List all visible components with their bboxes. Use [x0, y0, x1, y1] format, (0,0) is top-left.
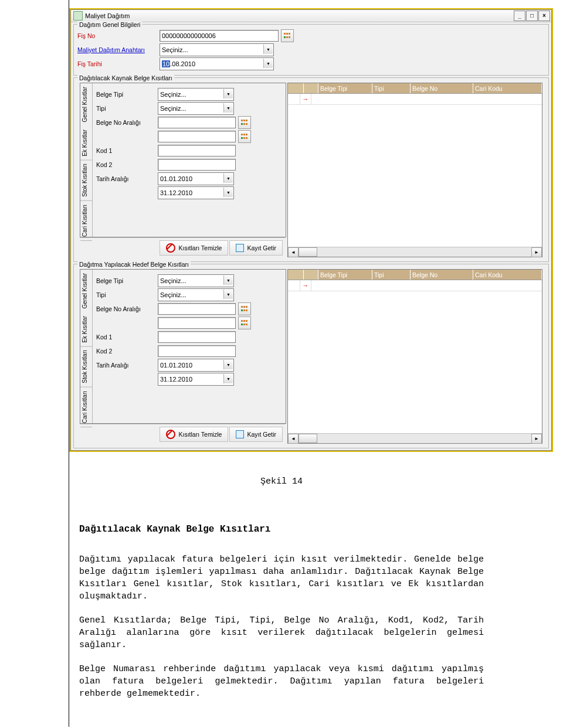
- belge-no-from-input[interactable]: [158, 303, 236, 315]
- chevron-down-icon: ▼: [223, 103, 233, 113]
- app-icon: [73, 11, 83, 21]
- grid-col-cari-kodu[interactable]: Cari Kodu: [473, 270, 542, 280]
- document-text: Şekil 14 Dağıtılacak Kaynak Belge Kısıtl…: [0, 452, 563, 728]
- fetch-records-button[interactable]: Kayıt Getir: [229, 427, 283, 442]
- fis-no-lookup-button[interactable]: [281, 29, 294, 42]
- grid-row[interactable]: →: [288, 280, 542, 291]
- horizontal-scrollbar[interactable]: ◄ ►: [288, 247, 542, 257]
- tarih-araligi-label: Tarih Aralığı: [96, 175, 158, 182]
- clear-filters-button[interactable]: Kısıtları Temizle: [160, 240, 228, 256]
- doc-paragraph: Dağıtımı yapılacak fatura belgeleri için…: [79, 553, 484, 603]
- kod1-label: Kod 1: [96, 147, 158, 154]
- belge-no-to-input[interactable]: [158, 317, 236, 329]
- tarih-to-input[interactable]: 31.12.2010 ▼: [158, 186, 234, 199]
- belge-no-to-input[interactable]: [158, 131, 236, 142]
- scroll-right-button[interactable]: ►: [531, 434, 542, 444]
- clear-filters-button[interactable]: Kısıtları Temizle: [160, 427, 228, 442]
- titlebar[interactable]: Maliyet Dağıtım _ □ ×: [71, 10, 551, 22]
- arrow-right-icon: →: [303, 96, 309, 103]
- distribution-key-select[interactable]: Seçiniz... ▼: [160, 43, 274, 56]
- tipi-select[interactable]: Seçiniz... ▼: [158, 288, 234, 301]
- chevron-down-icon: ▼: [223, 275, 233, 285]
- belge-tipi-select[interactable]: Seçiniz... ▼: [158, 274, 234, 287]
- source-filter-panel: Genel Kısıtlar Ek Kısıtlar Stok Kısıtlar…: [80, 83, 286, 237]
- window-title: Maliyet Dağıtım: [85, 12, 513, 19]
- tab-stok-kisitlari[interactable]: Stok Kısıtları: [80, 160, 92, 201]
- source-grid: Belge Tipi Tipi Belge No Cari Kodu → ◄ ►: [287, 83, 542, 257]
- fis-no-input[interactable]: [160, 30, 279, 42]
- scroll-right-button[interactable]: ►: [531, 247, 542, 257]
- maximize-button[interactable]: □: [526, 11, 538, 21]
- source-toolbar: Kısıtları Temizle Kayıt Getir: [80, 237, 285, 258]
- app-outer-frame: Maliyet Dağıtım _ □ × Dağıtım Genel Bilg…: [69, 8, 553, 452]
- doc-paragraph: Genel Kısıtlarda; Belge Tipi, Tipi, Belg…: [79, 614, 484, 651]
- target-fieldset: Dağıtma Yapılacak Hedef Belge Kısıtları …: [73, 264, 549, 448]
- belge-no-to-lookup[interactable]: [238, 317, 251, 329]
- tarih-araligi-label: Tarih Aralığı: [96, 362, 158, 369]
- kod2-label: Kod 2: [96, 161, 158, 168]
- grid-col-belge-tipi[interactable]: Belge Tipi: [318, 270, 372, 280]
- close-button[interactable]: ×: [538, 11, 550, 21]
- tab-cari-kisitlari[interactable]: Cari Kısıtları: [80, 201, 92, 241]
- grid-col-tipi[interactable]: Tipi: [372, 270, 411, 280]
- page-margin-line: [69, 0, 69, 727]
- target-vertical-tabs: Genel Kısıtlar Ek Kısıtlar Stok Kısıtlar…: [80, 270, 93, 423]
- belge-no-from-lookup[interactable]: [238, 302, 251, 315]
- kod2-input[interactable]: [158, 159, 236, 171]
- belge-no-to-lookup[interactable]: [238, 130, 251, 143]
- tipi-select[interactable]: Seçiniz... ▼: [158, 102, 234, 115]
- fis-tarihi-input[interactable]: 10.08.2010 ▼: [160, 57, 274, 70]
- kod1-input[interactable]: [158, 331, 236, 343]
- belge-tipi-label: Belge Tipi: [96, 277, 158, 284]
- scroll-left-button[interactable]: ◄: [288, 247, 299, 257]
- scroll-thumb[interactable]: [299, 247, 317, 257]
- grid-col-tipi[interactable]: Tipi: [372, 83, 411, 93]
- scroll-left-button[interactable]: ◄: [288, 434, 299, 444]
- cancel-icon: [166, 243, 175, 253]
- horizontal-scrollbar[interactable]: ◄ ►: [288, 433, 542, 443]
- grid-col-belge-no[interactable]: Belge No: [411, 83, 473, 93]
- tipi-label: Tipi: [96, 291, 158, 298]
- grid-icon: [241, 120, 248, 125]
- tab-ek-kisitlar[interactable]: Ek Kısıtlar: [80, 312, 92, 347]
- grid-col-belge-tipi[interactable]: Belge Tipi: [318, 83, 372, 93]
- cancel-icon: [166, 430, 175, 439]
- grid-row[interactable]: →: [288, 94, 542, 105]
- belge-no-from-lookup[interactable]: [238, 116, 251, 129]
- kod1-input[interactable]: [158, 145, 236, 157]
- target-grid: Belge Tipi Tipi Belge No Cari Kodu → ◄ ►: [287, 269, 542, 444]
- source-vertical-tabs: Genel Kısıtlar Ek Kısıtlar Stok Kısıtlar…: [80, 83, 93, 237]
- kod2-label: Kod 2: [96, 348, 158, 355]
- fis-no-label: Fiş No: [77, 32, 160, 39]
- grid-body[interactable]: →: [288, 280, 542, 433]
- tarih-from-input[interactable]: 01.01.2010 ▼: [158, 172, 234, 185]
- grid-col-selector: [288, 270, 304, 280]
- target-legend: Dağıtma Yapılacak Hedef Belge Kısıtları: [77, 261, 191, 268]
- tarih-from-input[interactable]: 01.01.2010 ▼: [158, 359, 234, 372]
- fetch-records-button[interactable]: Kayıt Getir: [229, 240, 283, 256]
- tab-ek-kisitlar[interactable]: Ek Kısıtlar: [80, 126, 92, 161]
- chevron-down-icon: ▼: [223, 188, 233, 197]
- kod2-input[interactable]: [158, 345, 236, 357]
- minimize-button[interactable]: _: [514, 11, 525, 21]
- belge-no-from-input[interactable]: [158, 117, 236, 128]
- kod1-label: Kod 1: [96, 334, 158, 341]
- refresh-icon: [236, 244, 244, 252]
- scroll-thumb[interactable]: [299, 434, 317, 443]
- grid-col-cari-kodu[interactable]: Cari Kodu: [473, 83, 542, 93]
- grid-icon: [241, 320, 248, 326]
- tab-stok-kisitlari[interactable]: Stok Kısıtları: [80, 346, 92, 387]
- tab-genel-kisitlar[interactable]: Genel Kısıtlar: [80, 83, 92, 126]
- distribution-key-link[interactable]: Maliyet Dağıtım Anahtarı: [77, 46, 160, 53]
- tipi-label: Tipi: [96, 105, 158, 112]
- tab-genel-kisitlar[interactable]: Genel Kısıtlar: [80, 270, 92, 312]
- belge-tipi-label: Belge Tipi: [96, 91, 158, 98]
- grid-body[interactable]: →: [288, 94, 542, 247]
- general-legend: Dağıtım Genel Bilgileri: [77, 21, 142, 28]
- tarih-to-input[interactable]: 31.12.2010 ▼: [158, 373, 234, 386]
- belge-tipi-select[interactable]: Seçiniz... ▼: [158, 88, 234, 101]
- grid-icon: [241, 306, 248, 312]
- source-legend: Dağıtılacak Kaynak Belge Kısıtları: [77, 74, 174, 81]
- grid-col-belge-no[interactable]: Belge No: [411, 270, 473, 280]
- tab-cari-kisitlari[interactable]: Cari Kısıtları: [80, 387, 92, 427]
